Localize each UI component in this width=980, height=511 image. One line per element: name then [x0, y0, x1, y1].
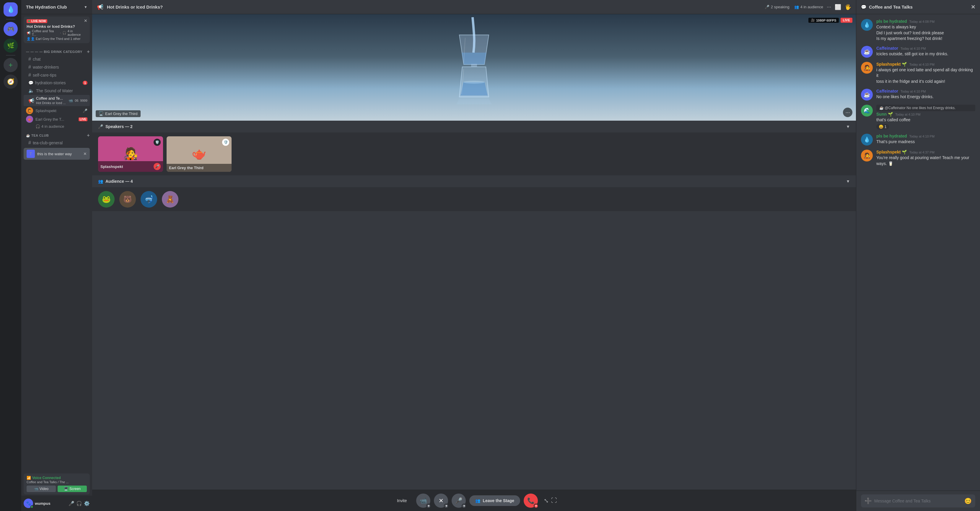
msg-text-4: No one likes hot Energy drinks. — [876, 94, 975, 100]
video-button[interactable]: 📹 Video — [27, 485, 56, 492]
mic-action-btn[interactable]: 🎤 ▼ — [452, 493, 466, 508]
msg-header-4: Caffeinator Today at 4:10 PM — [876, 89, 975, 93]
shield-badge-splashspekt: 🛡️ — [154, 139, 161, 146]
speaker-card-earl[interactable]: 🫖 🛡️ Earl Grey the Third — [167, 136, 232, 172]
server-icon-hydration[interactable]: 💧 — [3, 2, 18, 16]
channel-name-self-care: self-care-tips — [33, 73, 88, 77]
voice-user-earl[interactable]: 🫖 Earl Grey the T... LIVE — [24, 115, 90, 123]
msg-time-2: Today at 4:10 PM — [900, 47, 926, 50]
water-way-close-icon[interactable]: ✕ — [83, 152, 87, 156]
chat-close-button[interactable]: ✕ — [971, 4, 975, 10]
audience-member-4[interactable]: 🧸 — [162, 191, 178, 208]
video-action-icon: 📹 ▼ — [416, 493, 430, 508]
splashspekt-speaker-avatar: 🧑‍🎤 — [121, 144, 140, 163]
audience-title: 👥 Audience — 4 — [98, 179, 133, 184]
category-add-icon[interactable]: + — [87, 49, 90, 54]
phone-action-btn[interactable]: 📞 ▼ — [524, 493, 538, 508]
chat-message-7: 🧑‍🎤 Splashspekt 🌱 Today at 4:37 PM You'r… — [861, 150, 975, 166]
x-chevron-icon: ▼ — [444, 504, 449, 508]
msg-username-3: Splashspekt 🌱 — [876, 62, 907, 67]
msg-content-6: pls be hydrated Today at 4:10 PM That's … — [876, 134, 975, 145]
channel-water-drinkers[interactable]: # water-drinkers — [24, 63, 90, 71]
live-banner-title: Hot Drinks or Iced Drinks? — [27, 24, 87, 29]
separator: · — [60, 31, 61, 35]
video-action-btn[interactable]: 📹 ▼ — [416, 493, 430, 508]
speaking-count: 🎤 2 speaking — [765, 5, 789, 9]
audience-meta: 👥 4 in audience — [794, 5, 823, 9]
earl-speaker-avatar: 🫖 — [189, 144, 208, 163]
channel-name-tea-general: tea-club-general — [33, 141, 88, 145]
add-server-button[interactable]: + — [3, 58, 18, 72]
msg-time-4: Today at 4:10 PM — [900, 89, 926, 93]
x-action-icon: ✕ ▼ — [434, 493, 448, 508]
msg-username-4: Caffeinator — [876, 89, 898, 93]
msg-time-7: Today at 4:37 PM — [909, 150, 934, 154]
headphone-icon-channel: 🎧 — [35, 124, 40, 129]
live-banner: LIVE NOW Hot Drinks or Iced Drinks? 📢 Co… — [24, 16, 90, 43]
msg-time-3: Today at 4:10 PM — [909, 63, 934, 66]
thread-icon: 💬 — [29, 80, 33, 85]
audience-section-header[interactable]: 👥 Audience — 4 ▼ — [92, 176, 856, 187]
mic-control-icon[interactable]: 🎤 — [68, 501, 75, 506]
screen-button[interactable]: 🖥️ Screen — [57, 485, 87, 492]
channels-list: — — — — BIG DRINK CATEGORY + # chat # wa… — [21, 46, 92, 472]
channel-coffee-tea[interactable]: 📢 Coffee and Te... Hot Drinks or Iced ..… — [24, 95, 90, 106]
audience-count-text: 4 in audience — [41, 124, 64, 129]
fullscreen-icon[interactable]: ⬜ — [835, 4, 841, 10]
speaker-card-splashspekt[interactable]: 🧑‍🎤 🛡️ Splashspekt 🎤 — [98, 136, 163, 172]
video-more-button[interactable]: ··· — [843, 108, 853, 117]
hand-raise-icon[interactable]: 🖐️ — [845, 4, 851, 10]
chat-input-area: ➕ 😊 — [856, 490, 980, 511]
more-options-icon[interactable]: ··· — [827, 4, 831, 10]
tea-category-label: ☕ TEA CLUB — [26, 134, 49, 137]
popout-icon[interactable]: ⤡ — [544, 497, 549, 504]
channel-tea-general[interactable]: # tea-club-general — [24, 139, 90, 147]
x-action-btn[interactable]: ✕ ▼ — [434, 493, 448, 508]
category-tea-club[interactable]: ☕ TEA CLUB + — [21, 132, 92, 139]
audience-member-2[interactable]: 🐻 — [119, 191, 136, 208]
headphone-control-icon[interactable]: 🎧 — [76, 501, 82, 506]
channel-sound-of-water[interactable]: 🔈 The Sound of Water — [24, 87, 90, 95]
server-icon-discord[interactable]: 🎮 — [3, 22, 18, 36]
channel-self-care[interactable]: # self-care-tips — [24, 71, 90, 79]
server-icon-leaf[interactable]: 🌿 — [3, 38, 18, 53]
channel-water-way[interactable]: T this is the water way ✕ — [24, 148, 90, 160]
audience-chevron-icon: ▼ — [846, 179, 850, 184]
leave-stage-button[interactable]: 👥 Leave the Stage — [469, 495, 520, 506]
live-banner-close-button[interactable]: ✕ — [84, 18, 88, 23]
stage-header: 📢 Hot Drinks or Iced Drinks? 🎤 2 speakin… — [92, 0, 856, 14]
msg-content-3: Splashspekt 🌱 Today at 4:10 PM i always … — [876, 62, 975, 85]
add-attachment-icon[interactable]: ➕ — [864, 497, 872, 505]
audience-member-1[interactable]: 🐸 — [98, 191, 115, 208]
category-big-drink[interactable]: — — — — BIG DRINK CATEGORY + — [21, 48, 92, 55]
channel-chat[interactable]: # chat — [24, 55, 90, 63]
settings-control-icon[interactable]: ⚙️ — [84, 501, 90, 506]
server-icon-explore[interactable]: 🧭 — [3, 75, 18, 89]
msg-text-2: Icicles outside, still got ice in my dri… — [876, 51, 975, 57]
speakers-section-header[interactable]: 🎤 Speakers — 2 ▼ — [92, 121, 856, 133]
voice-user-splashspekt[interactable]: 🧑‍🎤 Splashspekt 🎤 — [24, 107, 90, 115]
msg-avatar-4: ☕ — [861, 89, 873, 101]
chat-input-field[interactable] — [874, 498, 962, 503]
emoji-reaction-5[interactable]: 😄 1 — [876, 124, 889, 129]
server-divider-2 — [6, 55, 15, 56]
server-icon-list: 💧 🎮 🌿 + 🧭 — [0, 0, 21, 511]
username-label: wumpus — [35, 501, 67, 506]
channel-hydration-stories[interactable]: 💬 hydration-stories 1 — [24, 79, 90, 86]
phone-action-icon: 📞 ▼ — [524, 493, 538, 508]
invite-button[interactable]: Invite — [391, 495, 413, 506]
splashspekt-name: Splashspekt — [35, 109, 56, 113]
caffeinator-reply-icon: ☕ — [879, 106, 884, 110]
chat-header-content: 💬 Coffee and Tea Talks — [861, 5, 913, 10]
people-section-icon: 👥 — [98, 179, 103, 184]
fullscreen-expand-icon[interactable]: ⛶ — [551, 497, 557, 504]
stage-header-title: Hot Drinks or Iced Drinks? — [107, 5, 761, 10]
water-visual-svg — [430, 17, 519, 118]
tea-category-add-icon[interactable]: + — [87, 133, 90, 138]
audience-grid: 🐸 🐻 🤿 🧸 — [92, 187, 856, 211]
audience-member-3[interactable]: 🤿 — [141, 191, 157, 208]
server-header[interactable]: The Hydration Club ▼ — [21, 0, 92, 14]
screen-btn-icon: 🖥️ — [64, 487, 68, 491]
chat-title: Coffee and Tea Talks — [869, 5, 913, 10]
emoji-picker-icon[interactable]: 😊 — [964, 497, 972, 505]
